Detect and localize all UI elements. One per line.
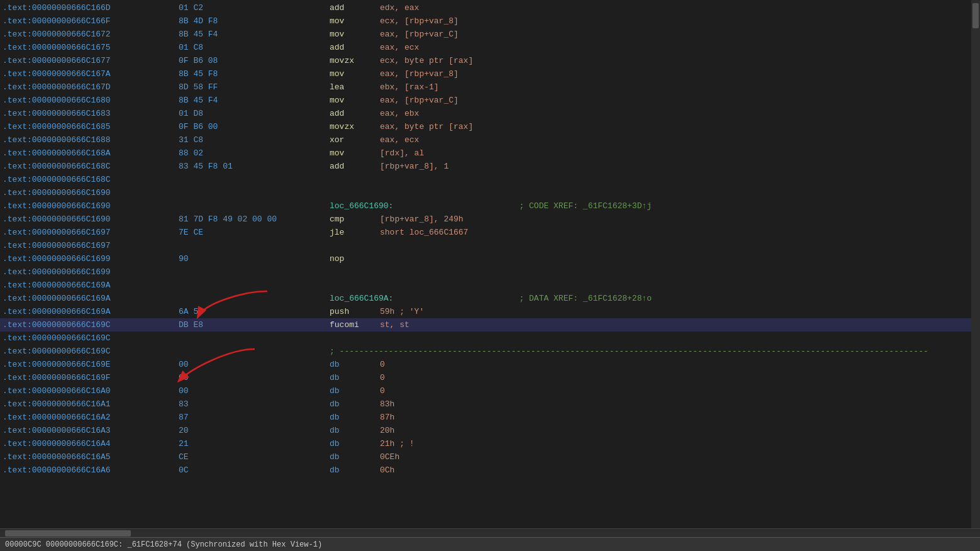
bytes: 00 <box>179 386 330 396</box>
address: .text:00000000666C1672 <box>3 30 179 39</box>
code-area[interactable]: .text:00000000666C166D01 C2addedx, eax.t… <box>0 0 980 528</box>
bytes: 87 <box>179 413 330 422</box>
label: loc_666C1690: <box>330 201 393 211</box>
address: .text:00000000666C168A <box>3 148 179 158</box>
table-row: .text:00000000666C168831 C8xoreax, ecx <box>0 133 980 147</box>
table-row: .text:00000000666C16728B 45 F4moveax, [r… <box>0 28 980 41</box>
mnemonic: db <box>330 386 380 396</box>
mnemonic: add <box>330 162 380 171</box>
address: .text:00000000666C16A0 <box>3 386 179 396</box>
operands: 0 <box>380 373 569 382</box>
address: .text:00000000666C169C <box>3 320 179 330</box>
mnemonic: db <box>330 373 380 382</box>
table-row: .text:00000000666C1690 <box>0 186 980 199</box>
scrollbar-thumb[interactable] <box>972 3 979 28</box>
bytes: 6A 59 <box>179 307 330 316</box>
operands: 59h ; 'Y' <box>380 307 569 316</box>
bytes: 83 <box>179 399 330 409</box>
mnemonic: mov <box>330 96 380 105</box>
mnemonic: db <box>330 399 380 409</box>
table-row: .text:00000000666C169F00db0 <box>0 371 980 384</box>
address: .text:00000000666C16A3 <box>3 426 179 435</box>
bytes: 20 <box>179 426 330 435</box>
operands: 0 <box>380 386 569 396</box>
operands: [rbp+var_8], 249h <box>380 214 569 224</box>
operands: [rdx], al <box>380 148 569 158</box>
table-row: .text:00000000666C169C; ----------------… <box>0 345 980 358</box>
operands: eax, ecx <box>380 43 569 52</box>
mnemonic: nop <box>330 254 380 264</box>
operands: ecx, [rbp+var_8] <box>380 16 569 26</box>
bytes: 01 C2 <box>179 3 330 13</box>
bytes: 8B 4D F8 <box>179 16 330 26</box>
statusbar-text: 00000C9C 00000000666C169C: _61FC1628+74 … <box>5 540 322 549</box>
address: .text:00000000666C167D <box>3 82 179 92</box>
address: .text:00000000666C169F <box>3 373 179 382</box>
operands: eax, [rbp+var_8] <box>380 69 569 79</box>
table-row: .text:00000000666C167501 C8addeax, ecx <box>0 41 980 54</box>
mnemonic: db <box>330 360 380 369</box>
hscrollbar-thumb[interactable] <box>5 530 131 537</box>
table-row: .text:00000000666C168C83 45 F8 01add[rbp… <box>0 160 980 173</box>
separator-comment: ; --------------------------------------… <box>330 347 928 356</box>
address: .text:00000000666C167A <box>3 69 179 79</box>
table-row: .text:00000000666C16A183db83h <box>0 398 980 411</box>
mnemonic: xor <box>330 135 380 145</box>
bytes: DB E8 <box>179 320 330 330</box>
vertical-scrollbar[interactable] <box>971 0 980 528</box>
operands: [rbp+var_8], 1 <box>380 162 569 171</box>
address: .text:00000000666C1699 <box>3 254 179 264</box>
mnemonic: mov <box>330 148 380 158</box>
table-row: .text:00000000666C1697 <box>0 239 980 252</box>
address: .text:00000000666C16A5 <box>3 452 179 462</box>
mnemonic: movzx <box>330 122 380 131</box>
address: .text:00000000666C1677 <box>3 56 179 65</box>
address: .text:00000000666C169C <box>3 347 179 356</box>
address: .text:00000000666C1697 <box>3 228 179 237</box>
bytes: 7E CE <box>179 228 330 237</box>
operands: 20h <box>380 426 569 435</box>
mnemonic: db <box>330 426 380 435</box>
table-row: .text:00000000666C168A88 02mov[rdx], al <box>0 147 980 160</box>
table-row: .text:00000000666C167A8B 45 F8moveax, [r… <box>0 67 980 81</box>
table-row: .text:00000000666C16770F B6 08movzxecx, … <box>0 54 980 67</box>
address: .text:00000000666C1680 <box>3 96 179 105</box>
bytes: 8B 45 F4 <box>179 96 330 105</box>
table-row: .text:00000000666C169081 7D F8 49 02 00 … <box>0 213 980 226</box>
table-row: .text:00000000666C169CDB E8fucomist, st <box>0 318 980 331</box>
operands: eax, ecx <box>380 135 569 145</box>
bytes: CE <box>179 452 330 462</box>
bytes: 81 7D F8 49 02 00 00 <box>179 214 330 224</box>
mnemonic: db <box>330 465 380 475</box>
address: .text:00000000666C169E <box>3 360 179 369</box>
address: .text:00000000666C16A6 <box>3 465 179 475</box>
xref-comment: ; DATA XREF: _61FC1628+28↑o <box>519 294 652 303</box>
bytes: 88 02 <box>179 148 330 158</box>
bytes: 90 <box>179 254 330 264</box>
bytes: 01 C8 <box>179 43 330 52</box>
horizontal-scrollbar[interactable] <box>0 528 980 537</box>
table-row: .text:00000000666C16A60Cdb0Ch <box>0 464 980 477</box>
address: .text:00000000666C169A <box>3 294 179 303</box>
mnemonic: cmp <box>330 214 380 224</box>
address: .text:00000000666C16A1 <box>3 399 179 409</box>
bytes: 0F B6 08 <box>179 56 330 65</box>
operands: ebx, [rax-1] <box>380 82 569 92</box>
bytes: 8B 45 F4 <box>179 30 330 39</box>
address: .text:00000000666C169A <box>3 281 179 290</box>
table-row: .text:00000000666C169A6A 59push59h ; 'Y' <box>0 305 980 318</box>
mnemonic: db <box>330 413 380 422</box>
table-row: .text:00000000666C166F8B 4D F8movecx, [r… <box>0 14 980 28</box>
address: .text:00000000666C1675 <box>3 43 179 52</box>
mnemonic: lea <box>330 82 380 92</box>
table-row: .text:00000000666C169E00db0 <box>0 358 980 371</box>
address: .text:00000000666C1683 <box>3 109 179 118</box>
address: .text:00000000666C166D <box>3 3 179 13</box>
mnemonic: mov <box>330 69 380 79</box>
table-row: .text:00000000666C1699 <box>0 265 980 279</box>
mnemonic: db <box>330 452 380 462</box>
operands: edx, eax <box>380 3 569 13</box>
bytes: 83 45 F8 01 <box>179 162 330 171</box>
address: .text:00000000666C1690 <box>3 214 179 224</box>
mnemonic: add <box>330 3 380 13</box>
